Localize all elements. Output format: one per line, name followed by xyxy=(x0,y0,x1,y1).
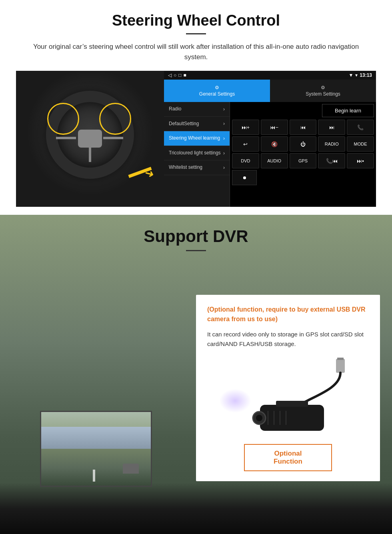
menu-item-tricoloured[interactable]: Tricoloured light settings › xyxy=(164,146,230,161)
tab-system-label: System Settings xyxy=(306,91,340,97)
dvr-optional-notice: (Optional function, require to buy exter… xyxy=(207,305,369,324)
ctrl-prev-track[interactable]: ⏮ xyxy=(290,120,317,135)
wheel-spoke-left xyxy=(56,137,76,139)
steering-subtitle: Your original car’s steering wheel contr… xyxy=(32,42,360,62)
svg-rect-2 xyxy=(260,405,324,431)
highlight-circle-right xyxy=(99,103,131,135)
dvr-title: Support DVR xyxy=(0,227,392,246)
wheel-spoke-vertical xyxy=(89,134,91,162)
begin-learn-button[interactable]: Begin learn xyxy=(322,104,374,117)
wheel-spoke-right xyxy=(103,137,123,139)
chevron-right-icon: › xyxy=(223,165,225,170)
menu-item-whitelist[interactable]: Whitelist setting › xyxy=(164,160,230,175)
optional-function-button[interactable]: Optional Function xyxy=(244,444,332,471)
svg-rect-0 xyxy=(336,359,345,373)
settings-content: Radio › DefaultSetting › Steering Wheel … xyxy=(164,102,376,207)
camera-light-effect xyxy=(219,389,251,413)
dvr-description: It can record video only to storage in G… xyxy=(207,330,369,349)
ctrl-phone-next[interactable]: ⏭▪ xyxy=(347,153,374,168)
chevron-right-icon: › xyxy=(223,136,225,141)
status-time: 13:13 xyxy=(360,72,372,78)
wifi-icon: ▾ xyxy=(355,72,358,78)
ctrl-vol-up[interactable]: ⏭+ xyxy=(232,120,259,135)
dvr-small-preview xyxy=(40,411,152,487)
extra-controls-row: ⏺ xyxy=(232,170,374,185)
car-shape xyxy=(123,464,139,474)
arrow-indicator xyxy=(120,167,152,191)
ctrl-phone[interactable]: 📞 xyxy=(347,120,374,135)
ctrl-mode[interactable]: MODE xyxy=(347,136,374,152)
android-statusbar: ◁ ○ □ ■ ▼ ▾ 13:13 xyxy=(164,71,376,80)
menu-item-whitelist-label: Whitelist setting xyxy=(169,164,202,171)
ctrl-dvr[interactable]: ⏺ xyxy=(232,170,257,185)
recent-nav-icon[interactable]: □ xyxy=(178,72,181,78)
ctrl-hangup[interactable]: ↩ xyxy=(232,136,259,152)
dvr-camera-illustration xyxy=(207,357,369,437)
signal-icon: ▼ xyxy=(348,72,353,78)
title-divider xyxy=(186,33,206,34)
svg-rect-5 xyxy=(276,401,308,407)
dvr-title-divider xyxy=(186,250,206,251)
menu-item-defaultsetting[interactable]: DefaultSetting › xyxy=(164,117,230,132)
android-ui-panel: ◁ ○ □ ■ ▼ ▾ 13:13 ⚙ General Settings ⚙ S… xyxy=(164,71,376,207)
road-marking-1 xyxy=(93,470,95,482)
steering-wheel-section: Steering Wheel Control Your original car… xyxy=(0,0,392,215)
ctrl-radio[interactable]: RADIO xyxy=(318,136,345,152)
tab-general-settings[interactable]: ⚙ General Settings xyxy=(164,80,270,102)
ctrl-next-track[interactable]: ⏭ xyxy=(318,120,345,135)
svg-rect-1 xyxy=(337,358,344,360)
menu-item-default-label: DefaultSetting xyxy=(169,121,199,127)
menu-item-tricoloured-label: Tricoloured light settings xyxy=(169,150,221,156)
ctrl-audio[interactable]: AUDIO xyxy=(261,153,288,168)
menu-nav-icon[interactable]: ■ xyxy=(184,72,186,78)
dvr-preview-content xyxy=(41,412,151,486)
chevron-right-icon: › xyxy=(223,106,225,112)
dashboard-bottom xyxy=(0,483,392,534)
settings-menu-list: Radio › DefaultSetting › Steering Wheel … xyxy=(164,102,230,207)
menu-item-steering-label: Steering Wheel learning xyxy=(169,135,220,142)
back-nav-icon[interactable]: ◁ xyxy=(168,72,172,78)
control-buttons-grid: ⏭+ ⏮− ⏮ ⏭ 📞 ↩ 🔇 ⏻ RADIO MODE DVD AUDIO xyxy=(232,120,374,168)
dvr-title-area: Support DVR xyxy=(0,215,392,257)
settings-tabs: ⚙ General Settings ⚙ System Settings xyxy=(164,80,376,102)
ctrl-vol-down[interactable]: ⏮− xyxy=(261,120,288,135)
steering-wheel-image xyxy=(16,71,164,207)
gear-icon: ⚙ xyxy=(215,85,219,90)
steering-control-panel: Begin learn ⏭+ ⏮− ⏮ ⏭ 📞 ↩ 🔇 ⏻ RADIO xyxy=(230,102,376,207)
tab-general-label: General Settings xyxy=(199,91,235,97)
dvr-info-card: (Optional function, require to buy exter… xyxy=(196,295,380,481)
camera-cable-svg xyxy=(252,357,372,437)
ctrl-gps[interactable]: GPS xyxy=(290,153,317,168)
steering-demo-container: ◁ ○ □ ■ ▼ ▾ 13:13 ⚙ General Settings ⚙ S… xyxy=(16,71,376,207)
ctrl-mute[interactable]: 🔇 xyxy=(261,136,288,152)
chevron-right-icon: › xyxy=(223,150,225,156)
menu-item-radio[interactable]: Radio › xyxy=(164,102,230,117)
ctrl-phone-prev[interactable]: 📞⏮ xyxy=(318,153,345,168)
menu-item-steering-learning[interactable]: Steering Wheel learning › xyxy=(164,131,230,146)
svg-point-4 xyxy=(256,415,262,421)
system-icon: ⚙ xyxy=(321,85,325,90)
menu-item-radio-label: Radio xyxy=(169,106,181,112)
ctrl-power[interactable]: ⏻ xyxy=(290,136,317,152)
highlight-circle-left xyxy=(47,103,79,135)
home-nav-icon[interactable]: ○ xyxy=(174,72,176,78)
begin-learn-row: Begin learn xyxy=(232,104,374,117)
chevron-right-icon: › xyxy=(223,121,225,126)
ctrl-dvd[interactable]: DVD xyxy=(232,153,259,168)
dvr-section: Support DVR (Optional function, require … xyxy=(0,215,392,534)
tab-system-settings[interactable]: ⚙ System Settings xyxy=(270,80,376,102)
sky-area xyxy=(41,427,151,449)
wheel-background xyxy=(16,71,164,207)
steering-title: Steering Wheel Control xyxy=(16,12,376,29)
